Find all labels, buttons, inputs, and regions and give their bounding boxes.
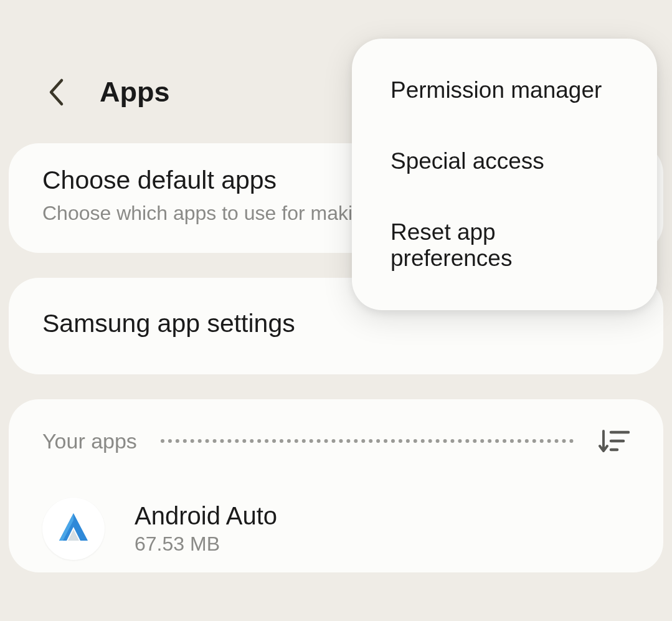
your-apps-header: Your apps [42,427,630,455]
sort-icon[interactable] [599,427,630,455]
divider-dots [161,439,574,443]
menu-reset-app-preferences[interactable]: Reset app preferences [352,197,657,294]
card-your-apps: Your apps Android Auto 67.53 MB [9,399,663,572]
menu-special-access[interactable]: Special access [352,126,657,197]
samsung-settings-title: Samsung app settings [42,309,630,338]
back-icon[interactable] [44,73,69,111]
page-title: Apps [100,76,170,108]
android-auto-icon [42,498,105,560]
app-size: 67.53 MB [135,533,277,556]
app-info: Android Auto 67.53 MB [135,502,277,556]
app-name: Android Auto [135,502,277,530]
menu-permission-manager[interactable]: Permission manager [352,55,657,126]
overflow-menu-popup: Permission manager Special access Reset … [352,39,657,310]
your-apps-label: Your apps [42,429,137,453]
app-row[interactable]: Android Auto 67.53 MB [42,485,630,572]
